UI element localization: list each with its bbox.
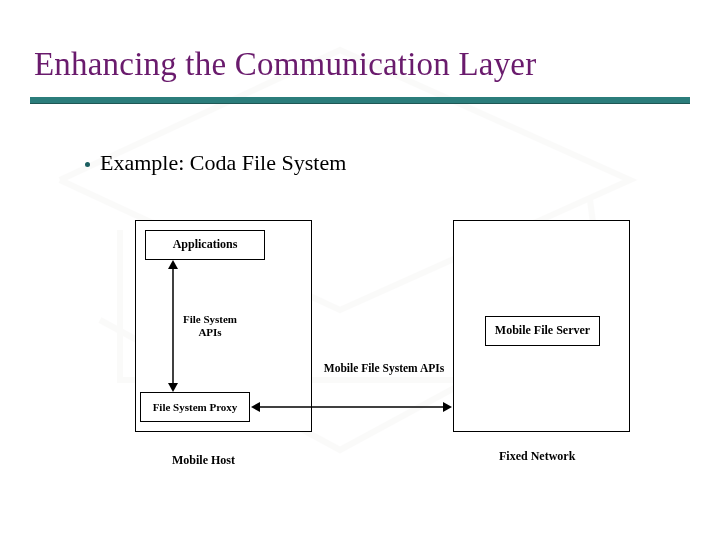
- slide: Enhancing the Communication Layer Exampl…: [0, 0, 720, 540]
- fixed-network-caption: Fixed Network: [499, 449, 575, 464]
- svg-marker-6: [443, 402, 452, 412]
- file-system-proxy-box: File System Proxy: [140, 392, 250, 422]
- bullet-text: Example: Coda File System: [100, 150, 346, 176]
- mobile-file-system-apis-label: Mobile File System APIs: [314, 362, 454, 374]
- slide-title: Enhancing the Communication Layer: [34, 46, 536, 83]
- mobile-host-caption: Mobile Host: [172, 453, 235, 468]
- file-system-apis-label: File System APIs: [180, 313, 240, 338]
- bullet-icon: [85, 162, 90, 167]
- mobile-file-server-box: Mobile File Server: [485, 316, 600, 346]
- title-underline: [30, 97, 690, 103]
- applications-box: Applications: [145, 230, 265, 260]
